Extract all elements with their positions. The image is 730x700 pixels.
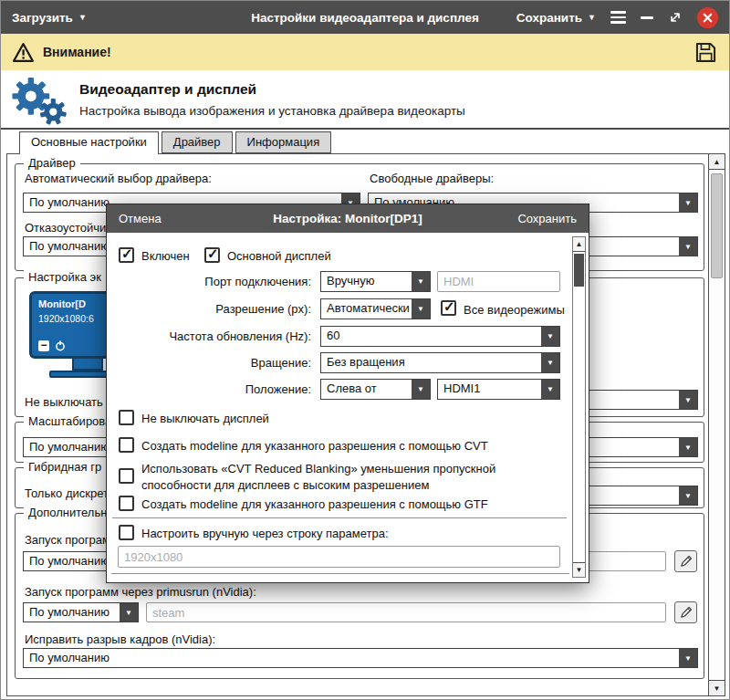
warning-icon [12, 42, 35, 63]
load-menu-button[interactable]: Загрузить ▼ [12, 11, 87, 25]
driver-failsafe-label: Отказоустойчив [25, 221, 112, 235]
maximize-icon[interactable] [668, 10, 683, 25]
rotation-label: Вращение: [107, 356, 311, 370]
chevron-down-icon: ▼ [78, 14, 87, 22]
cvt-rb-checkbox[interactable] [119, 468, 134, 484]
extra-row2-label: Запуск программ через primusrun (nVidia)… [25, 585, 256, 599]
minimize-icon[interactable] [641, 16, 653, 19]
driver-free-label: Свободные драйверы: [370, 172, 494, 185]
rotation-dropdown[interactable]: Без вращения ▼ [320, 352, 560, 373]
header-texts: Видеоадаптер и дисплей Настройка вывода … [79, 81, 465, 118]
monitor-stand [72, 359, 103, 371]
scrollbar-thumb[interactable] [711, 173, 723, 278]
scroll-up-icon[interactable]: ▲ [573, 237, 585, 252]
group-screen-legend: Настройка эк [24, 270, 106, 284]
cancel-button[interactable]: Отмена [119, 212, 162, 225]
scroll-down-icon[interactable]: ▼ [709, 680, 725, 695]
position-target-dropdown[interactable]: HDMI1 ▼ [437, 379, 560, 400]
minus-icon[interactable]: − [38, 340, 49, 351]
manual-checkbox[interactable] [119, 525, 134, 540]
group-extra-legend: Дополнительн [24, 506, 111, 519]
page-header: Видеоадаптер и дисплей Настройка вывода … [1, 70, 729, 130]
refresh-label: Частота обновления (Hz): [107, 329, 311, 343]
group-hybrid-legend: Гибридная гр [24, 460, 106, 474]
tab-main-settings[interactable]: Основные настройки [19, 131, 159, 154]
gtf-label: Создать modeline для указанного разрешен… [141, 497, 488, 511]
resolution-dropdown[interactable]: Автоматически ▼ [320, 298, 431, 319]
dropdown-arrow-icon: ▼ [412, 272, 430, 291]
scrollbar-thumb[interactable] [574, 254, 584, 287]
port-input[interactable] [437, 271, 560, 292]
monitor-settings-dialog: Отмена Настройка: Monitor[DP1] Сохранить… [106, 204, 589, 583]
tab-bar: Основные настройки Драйвер Информация [19, 131, 334, 154]
enabled-label: Включен [141, 249, 190, 263]
dropdown-arrow-icon: ▼ [120, 603, 138, 622]
extra-row2-input[interactable] [146, 602, 666, 622]
position-dropdown[interactable]: Слева от ▼ [320, 379, 431, 400]
dropdown-arrow-icon: ▼ [541, 353, 559, 372]
dropdown-arrow-icon: ▼ [679, 649, 697, 667]
separator [111, 573, 569, 574]
separator [112, 517, 567, 518]
refresh-dropdown[interactable]: 60 ▼ [320, 326, 560, 347]
dialog-scrollbar[interactable]: ▲ ▼ [572, 236, 586, 578]
app-window: Загрузить ▼ Настройки видеоадаптера и ди… [0, 0, 730, 700]
page-subtitle: Настройка вывода изображения и установка… [79, 104, 465, 118]
gears-icon [8, 73, 68, 126]
dialog-title: Настройка: Monitor[DP1] [273, 212, 422, 225]
primary-display-label: Основной дисплей [227, 249, 331, 263]
edit-icon[interactable] [674, 601, 697, 623]
driver-auto-label: Автоматический выбор драйвера: [25, 172, 212, 185]
extra-row1-label: Запуск програм [25, 533, 110, 547]
scroll-up-icon[interactable]: ▲ [709, 154, 725, 170]
gtf-checkbox[interactable] [119, 496, 134, 511]
cvt-rb-label: Использовать «CVT Reduced Blanking» умен… [141, 461, 563, 493]
manual-mode-input[interactable] [118, 546, 560, 568]
dialog-body: Включен Основной дисплей Порт подключени… [107, 233, 589, 582]
manual-label: Настроить вручную через строку параметра… [141, 527, 389, 540]
dropdown-arrow-icon: ▼ [679, 193, 697, 212]
dropdown-arrow-icon: ▼ [541, 380, 559, 399]
dropdown-arrow-icon: ▼ [679, 237, 697, 256]
cvt-label: Создать modeline для указанного разрешен… [141, 439, 488, 453]
edit-icon[interactable] [674, 550, 697, 572]
resolution-label: Разрешение (px): [107, 302, 311, 316]
dpms-checkbox[interactable] [119, 410, 134, 425]
dropdown-arrow-icon: ▼ [679, 438, 697, 456]
floppy-save-icon[interactable] [694, 40, 718, 65]
monitor-mode: 1920x1080:6 [38, 313, 94, 324]
enabled-checkbox[interactable] [119, 247, 134, 263]
titlebar-controls: Сохранить ▼ [516, 7, 718, 28]
monitor-buttons: − [38, 340, 66, 351]
extra-row3-label: Исправить разрыв кадров (nVidia): [25, 632, 215, 646]
tab-information[interactable]: Информация [235, 131, 332, 153]
dropdown-arrow-icon: ▼ [541, 327, 559, 346]
extra-row3-dropdown[interactable]: По умолчанию ▼ [23, 648, 698, 668]
dropdown-arrow-icon: ▼ [679, 391, 697, 409]
all-modes-checkbox[interactable] [441, 300, 456, 316]
dropdown-arrow-icon: ▼ [412, 380, 430, 399]
tab-driver[interactable]: Драйвер [162, 131, 233, 153]
menu-icon[interactable] [610, 11, 626, 24]
close-icon[interactable] [697, 7, 718, 28]
save-button[interactable]: Сохранить [517, 212, 577, 225]
main-scrollbar[interactable]: ▲ ▼ [708, 154, 725, 695]
page-title: Видеоадаптер и дисплей [79, 81, 465, 98]
save-menu-label: Сохранить [516, 11, 582, 25]
extra-row2-dropdown[interactable]: По умолчанию ▼ [23, 602, 139, 622]
dropdown-arrow-icon: ▼ [412, 299, 430, 319]
primary-display-checkbox[interactable] [204, 247, 220, 263]
scroll-down-icon[interactable]: ▼ [573, 562, 585, 577]
screen-dpms-label: Не выключать [25, 395, 103, 409]
titlebar: Загрузить ▼ Настройки видеоадаптера и ди… [1, 1, 729, 34]
cvt-checkbox[interactable] [119, 437, 134, 453]
dialog-header: Отмена Настройка: Monitor[DP1] Сохранить [107, 204, 589, 233]
monitor-name: Monitor[D [38, 298, 86, 309]
all-modes-label: Все видеорежимы [464, 303, 565, 317]
power-icon[interactable] [55, 340, 66, 351]
port-label: Порт подключения: [107, 275, 311, 288]
save-menu-button[interactable]: Сохранить ▼ [516, 11, 596, 25]
chevron-down-icon: ▼ [588, 14, 596, 22]
hybrid-value: Только дискрет [25, 486, 109, 500]
port-dropdown[interactable]: Вручную ▼ [320, 271, 431, 292]
